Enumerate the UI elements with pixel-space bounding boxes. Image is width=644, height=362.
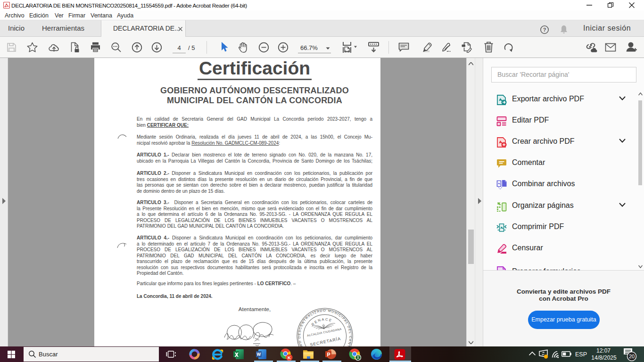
- svg-text:?: ?: [543, 27, 546, 33]
- svg-text:ALCALDIA CIUDADANA: ALCALDIA CIUDADANA: [306, 327, 342, 337]
- svg-text:20: 20: [629, 354, 635, 359]
- svg-text:K: K: [288, 355, 291, 360]
- svg-text:SECRETARÍA: SECRETARÍA: [309, 336, 341, 346]
